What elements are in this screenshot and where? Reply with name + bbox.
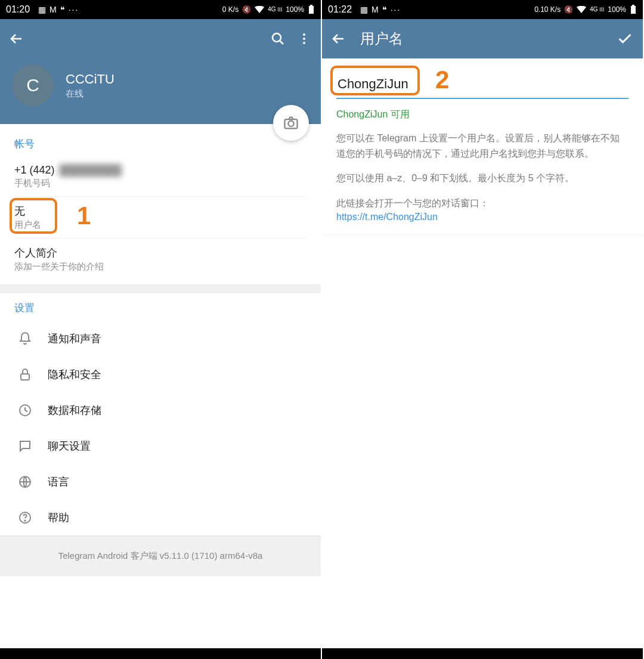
clock-icon: [14, 403, 36, 417]
svg-rect-13: [631, 6, 636, 14]
settings-row-label: 帮助: [48, 511, 69, 525]
username-label: 用户名: [14, 219, 306, 231]
svg-point-5: [303, 42, 305, 44]
mail-icon: M: [371, 5, 379, 14]
battery-text: 100%: [286, 5, 304, 14]
profile-name: CCCiTU: [66, 72, 114, 87]
more-icon: ···: [69, 5, 79, 14]
status-time: 01:22: [328, 4, 352, 15]
status-bar: 01:22 ▦ M ❝ ··· 0.10 K/s 🔇 4G ⫴⫴ 100%: [322, 0, 643, 19]
avatar[interactable]: C: [12, 64, 54, 106]
battery-icon: [630, 5, 637, 14]
bell-icon: [14, 332, 36, 346]
battery-text: 100%: [608, 5, 626, 14]
username-input[interactable]: [336, 70, 628, 99]
confirm-icon[interactable]: [617, 30, 633, 47]
svg-rect-8: [21, 374, 29, 380]
avatar-letter: C: [26, 75, 39, 95]
android-navbar: [322, 648, 643, 659]
svg-point-7: [288, 121, 293, 126]
status-notification-icons: ▦ M ❝ ···: [360, 5, 401, 14]
settings-row-label: 通知和声音: [48, 332, 101, 346]
svg-point-4: [303, 38, 305, 40]
settings-row-clock[interactable]: 数据和存储: [0, 392, 321, 428]
svg-rect-1: [310, 5, 312, 6]
net-speed: 0.10 K/s: [534, 5, 561, 14]
search-icon[interactable]: [271, 32, 285, 46]
phone-label: 手机号码: [14, 178, 306, 189]
bio-label: 添加一些关于你的介绍: [14, 261, 306, 273]
footer-version: Telegram Android 客户端 v5.11.0 (1710) arm6…: [0, 536, 321, 576]
phone-row[interactable]: +1 (442) ████████ 手机号码: [14, 157, 306, 196]
hangouts-icon: ❝: [60, 5, 65, 14]
svg-point-12: [24, 520, 26, 521]
settings-row-help[interactable]: 帮助: [0, 500, 321, 536]
settings-row-label: 聊天设置: [48, 439, 91, 453]
mute-icon: 🔇: [564, 5, 573, 14]
appbar-title: 用户名: [360, 29, 605, 48]
settings-row-bell[interactable]: 通知和声音: [0, 321, 321, 357]
username-desc-1: 您可以在 Telegram 上设置一个用户名。设置后，别人将能够在不知道您的手机…: [336, 131, 628, 161]
more-icon: ···: [391, 5, 401, 14]
back-icon[interactable]: [10, 32, 24, 46]
image-icon: ▦: [38, 5, 46, 14]
svg-rect-14: [632, 5, 634, 6]
status-bar: 01:20 ▦ M ❝ ··· 0 K/s 🔇 4G ⫴⫴ 100%: [0, 0, 321, 19]
settings-row-chat[interactable]: 聊天设置: [0, 428, 321, 464]
account-header: 帐号: [14, 137, 306, 151]
bio-value: 个人简介: [14, 246, 306, 260]
battery-icon: [308, 5, 315, 14]
svg-rect-0: [309, 6, 314, 14]
wifi-icon: [255, 6, 264, 13]
section-divider: [0, 284, 321, 293]
appbar: [0, 19, 321, 58]
username-card: 2 ChongZiJun 可用 您可以在 Telegram 上设置一个用户名。设…: [322, 58, 643, 235]
settings-row-globe[interactable]: 语言: [0, 464, 321, 500]
phone-left: 01:20 ▦ M ❝ ··· 0 K/s 🔇 4G ⫴⫴ 100%: [0, 0, 322, 659]
mail-icon: M: [49, 5, 57, 14]
bio-row[interactable]: 个人简介 添加一些关于你的介绍: [14, 238, 306, 280]
camera-fab[interactable]: [273, 105, 309, 141]
hangouts-icon: ❝: [382, 5, 387, 14]
more-vert-icon[interactable]: [297, 32, 311, 46]
settings-row-label: 语言: [48, 475, 69, 489]
lock-icon: [14, 367, 36, 382]
phone-value: +1 (442) ████████: [14, 164, 306, 177]
svg-point-2: [273, 33, 281, 42]
username-desc-3: 此链接会打开一个与您的对话窗口：: [336, 196, 628, 211]
profile-status: 在线: [66, 88, 114, 100]
svg-point-3: [303, 33, 305, 36]
settings-row-label: 数据和存储: [48, 403, 101, 417]
android-navbar: [0, 648, 321, 659]
phone-right: 01:22 ▦ M ❝ ··· 0.10 K/s 🔇 4G ⫴⫴ 100% 用户: [322, 0, 644, 659]
net-speed: 0 K/s: [222, 5, 239, 14]
wifi-icon: [577, 6, 586, 13]
status-time: 01:20: [6, 4, 30, 15]
settings-list: 通知和声音隐私和安全数据和存储聊天设置语言帮助: [0, 321, 321, 536]
username-desc-2: 您可以使用 a–z、0–9 和下划线。最小长度为 5 个字符。: [336, 171, 628, 186]
username-available: ChongZiJun 可用: [336, 109, 628, 121]
username-link[interactable]: https://t.me/ChongZiJun: [336, 212, 628, 222]
signal-4g-icon: 4G ⫴⫴: [268, 6, 282, 13]
appbar: 用户名: [322, 19, 643, 58]
globe-icon: [14, 475, 36, 489]
signal-4g-icon: 4G ⫴⫴: [590, 6, 604, 13]
account-section: 帐号 +1 (442) ████████ 手机号码 无 用户名 1 个人简介 添…: [0, 124, 321, 284]
settings-section: 设置: [0, 293, 321, 321]
chat-icon: [14, 439, 36, 453]
profile-header: C CCCiTU 在线: [0, 58, 321, 124]
settings-row-lock[interactable]: 隐私和安全: [0, 357, 321, 392]
settings-header: 设置: [14, 301, 306, 315]
status-notification-icons: ▦ M ❝ ···: [38, 5, 79, 14]
username-value: 无: [14, 204, 306, 218]
mute-icon: 🔇: [242, 5, 251, 14]
username-row[interactable]: 无 用户名 1: [14, 196, 306, 238]
back-icon[interactable]: [332, 32, 346, 46]
help-icon: [14, 511, 36, 525]
settings-row-label: 隐私和安全: [48, 367, 101, 382]
image-icon: ▦: [360, 5, 368, 14]
